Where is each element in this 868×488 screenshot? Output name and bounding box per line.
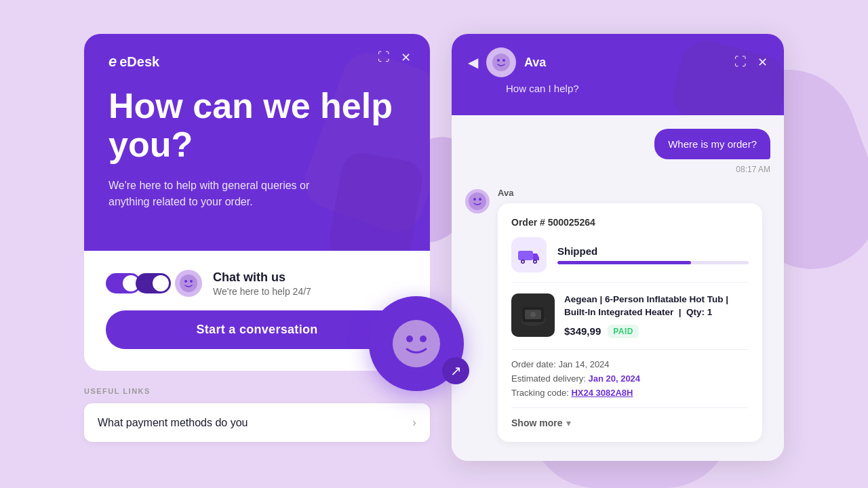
svg-point-16 [534,261,536,263]
chat-subtitle: We're here to help 24/7 [213,286,311,297]
user-message: Where is my order? [465,129,770,159]
hero-title: How can we help you? [108,87,406,164]
truck-icon [511,237,547,272]
floating-avatar: ↗ [369,296,464,391]
bot-avatar [465,189,490,214]
chat-status: How can I help? [468,83,768,94]
message-time: 08:17 AM [465,165,770,174]
svg-rect-12 [518,251,533,260]
price-row: $349,99 PAID [564,325,749,338]
show-more-button[interactable]: Show more ▾ [511,407,749,428]
svg-point-20 [530,312,536,317]
useful-links-label: USEFUL LINKS [84,387,430,395]
product-details: Aegean | 6-Person Inflatable Hot Tub | B… [564,293,749,338]
chat-header-top: ◀ Ava ⛶ ✕ [468,47,768,77]
svg-point-3 [393,320,440,367]
paid-badge: PAID [608,325,639,338]
svg-point-11 [479,198,481,201]
chat-option: Chat with us We're here to help 24/7 [106,270,408,297]
order-product-row: Aegean | 6-Person Inflatable Hot Tub | B… [511,282,749,350]
right-panel: ◀ Ava ⛶ ✕ How can I he [452,34,784,461]
order-status-row: Shipped [511,237,749,272]
edesk-logo: e eDesk [108,53,406,70]
status-text: Shipped [557,245,749,257]
svg-point-15 [522,261,524,263]
tracking-link[interactable]: HX24 3082A8H [571,388,633,398]
progress-bar [557,261,749,264]
chat-icons [106,270,202,297]
hero-subtitle: We're here to help with general queries … [108,178,339,210]
show-more-text: Show more [511,418,562,428]
svg-point-5 [420,336,427,342]
logo-icon: e [108,53,117,70]
header-controls: ⛶ ✕ [734,55,768,70]
start-conversation-button[interactable]: Start a conversation [106,310,408,349]
toggle-icon-2 [136,273,171,293]
svg-point-8 [502,59,505,62]
back-button[interactable]: ◀ [468,54,478,70]
expand-icon[interactable]: ⛶ [378,50,390,65]
chat-info: Chat with us We're here to help 24/7 [213,270,311,297]
bot-name: Ava [498,188,762,198]
product-price: $349,99 [564,325,601,337]
bot-message-content: Ava Order # 500025264 [498,188,762,442]
product-name: Aegean | 6-Person Inflatable Hot Tub | B… [564,293,749,319]
chat-header-left: ◀ Ava [468,47,546,77]
close-icon[interactable]: ✕ [401,50,411,65]
bot-message: Ava Order # 500025264 [465,188,770,442]
svg-point-1 [184,280,187,283]
chat-messages: Where is my order? 08:17 AM Ava Order [452,115,784,461]
chat-header: ◀ Ava ⛶ ✕ How can I he [452,34,784,115]
svg-point-9 [469,192,486,210]
svg-point-2 [190,280,193,283]
svg-point-10 [473,198,476,201]
status-col: Shipped [557,245,749,264]
expand-chat-icon[interactable]: ⛶ [734,55,747,70]
svg-point-7 [497,59,500,62]
chevron-down-icon: ▾ [566,418,571,428]
order-number: Order # 500025264 [511,217,749,228]
close-chat-icon[interactable]: ✕ [757,55,768,70]
user-bubble: Where is my order? [654,129,770,159]
agent-name: Ava [524,56,546,70]
svg-point-4 [406,336,413,342]
product-image [511,293,555,337]
left-panel: e eDesk ⛶ ✕ How can we help you? We're h… [84,34,430,442]
svg-point-0 [180,274,197,292]
svg-point-6 [492,54,510,71]
avatar-small [175,270,202,297]
chat-title: Chat with us [213,270,311,285]
order-dates: Order date: Jan 14, 2024 Estimated deliv… [511,359,749,398]
delivery-date: Jan 20, 2024 [588,373,640,384]
hero-section: e eDesk ⛶ ✕ How can we help you? We're h… [84,34,430,251]
chat-options-section: Chat with us We're here to help 24/7 Sta… [84,251,430,371]
order-date: Order date: Jan 14, 2024 [511,359,749,369]
progress-fill [557,261,691,264]
header-avatar [486,47,516,77]
chat-arrow-icon: ↗ [442,357,469,384]
window-controls: ⛶ ✕ [378,50,411,65]
useful-links-section: USEFUL LINKS What payment methods do you… [84,387,430,442]
chevron-right-icon: › [412,415,416,430]
tracking-code-row: Tracking code: HX24 3082A8H [511,388,749,398]
order-card: Order # 500025264 [498,203,762,442]
logo-text: eDesk [119,54,159,70]
estimated-delivery: Estimated delivery: Jan 20, 2024 [511,373,749,384]
link-item-text: What payment methods do you [98,417,248,429]
link-item[interactable]: What payment methods do you › [84,403,430,442]
